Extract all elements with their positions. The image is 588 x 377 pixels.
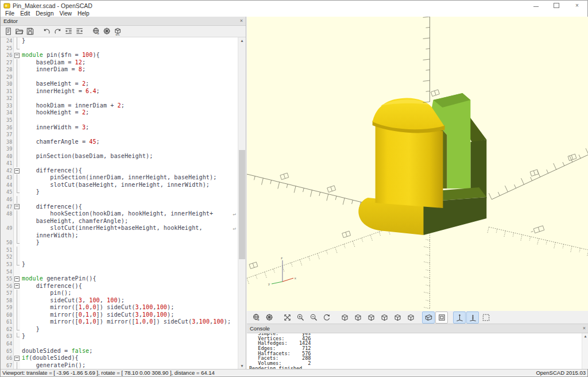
code-line[interactable]: innerDiam = 8; — [20, 66, 238, 74]
menu-design[interactable]: Design — [33, 10, 56, 17]
fold-margin[interactable] — [14, 362, 20, 369]
indent-button[interactable] — [74, 26, 85, 36]
scroll-down-icon[interactable]: ▼ — [238, 363, 246, 369]
code-line[interactable]: innerHeight = 6.4; — [20, 88, 238, 95]
menu-help[interactable]: Help — [75, 10, 92, 17]
zoom-in-button[interactable] — [294, 311, 307, 324]
fold-marker-icon[interactable] — [14, 204, 20, 209]
code-line[interactable]: } — [20, 37, 238, 45]
code-line[interactable]: hookHeight = 2; — [20, 109, 238, 117]
fold-margin[interactable] — [14, 160, 20, 167]
fold-marker-icon[interactable] — [14, 168, 20, 174]
code-line[interactable]: if(doubleSided){ — [20, 355, 238, 362]
code-line[interactable]: mirror([0,1,0]) mirror([1,0,0]) sideCut(… — [20, 318, 238, 326]
code-line[interactable]: mirror([0,1,0]) sideCut(3,100,100); — [20, 311, 238, 319]
editor-dock-header[interactable]: Editor × — [1, 17, 246, 26]
render-button[interactable] — [263, 311, 276, 324]
code-line[interactable]: mirror([1,0,0]) sideCut(3,100,100); — [20, 304, 238, 311]
show-scale-markers-button[interactable] — [466, 311, 479, 324]
fold-margin[interactable] — [14, 74, 20, 81]
code-line[interactable] — [20, 117, 238, 124]
code-line[interactable]: } — [20, 261, 238, 268]
code-line[interactable] — [20, 247, 238, 254]
fold-margin[interactable] — [14, 102, 20, 110]
code-line[interactable]: pin(); — [20, 290, 238, 297]
code-line[interactable] — [20, 131, 238, 139]
fold-margin[interactable] — [14, 80, 20, 88]
zoom-out-button[interactable] — [307, 311, 320, 324]
fold-margin[interactable] — [14, 66, 20, 74]
view-front-button[interactable] — [391, 311, 404, 324]
save-button[interactable] — [25, 26, 36, 36]
fold-margin[interactable] — [14, 174, 20, 182]
fold-margin[interactable] — [14, 131, 20, 139]
code-line[interactable]: slotCut(innerHeight+baseHeight, hookHeig… — [20, 225, 238, 232]
code-line[interactable]: innerWidth); — [20, 232, 238, 240]
fold-margin[interactable] — [14, 218, 20, 225]
view-right-button[interactable] — [338, 311, 351, 324]
fold-marker-icon[interactable] — [14, 276, 20, 282]
editor-scrollbar-thumb[interactable] — [239, 150, 245, 259]
editor-dock-close-icon[interactable]: × — [240, 18, 243, 24]
redo-button[interactable] — [52, 26, 63, 36]
code-line[interactable]: sideCut(3, 100, 100); — [20, 297, 238, 305]
fold-margin[interactable] — [14, 318, 20, 326]
console-body[interactable]: Simple: yes Vertices: 426 Halfedges: 142… — [247, 333, 588, 369]
fold-margin[interactable] — [14, 37, 20, 45]
fold-marker-icon[interactable] — [14, 53, 20, 58]
fold-margin[interactable] — [14, 95, 20, 102]
fold-margin[interactable] — [14, 355, 20, 362]
code-line[interactable]: baseHeight = 2; — [20, 80, 238, 88]
code-line[interactable]: } — [20, 326, 238, 333]
fold-margin[interactable] — [14, 109, 20, 117]
zoom-all-button[interactable] — [281, 311, 293, 324]
code-line[interactable]: difference(){ — [20, 167, 238, 175]
fold-margin[interactable] — [14, 153, 20, 160]
code-line[interactable]: hookDiam = innerDiam + 2; — [20, 102, 238, 110]
undo-button[interactable] — [41, 26, 52, 36]
code-line[interactable]: pinSection(innerDiam, innerHeight, baseH… — [20, 174, 238, 182]
fold-margin[interactable] — [14, 297, 20, 305]
console-dock-close-icon[interactable]: × — [583, 326, 586, 331]
fold-margin[interactable] — [14, 283, 20, 290]
code-line[interactable] — [20, 95, 238, 102]
menu-file[interactable]: File — [2, 10, 17, 17]
fold-margin[interactable] — [14, 253, 20, 261]
fold-margin[interactable] — [14, 124, 20, 132]
fold-margin[interactable] — [14, 182, 20, 189]
view-left-button[interactable] — [378, 311, 390, 324]
code-line[interactable] — [20, 196, 238, 203]
code-line[interactable]: generatePin(); — [20, 362, 238, 369]
menu-edit[interactable]: Edit — [17, 10, 33, 17]
fold-margin[interactable] — [14, 290, 20, 297]
code-line[interactable] — [20, 74, 238, 81]
code-line[interactable]: } — [20, 239, 238, 247]
code-line[interactable] — [20, 340, 238, 348]
view-top-button[interactable] — [351, 311, 364, 324]
fold-margin[interactable] — [14, 348, 20, 355]
new-button[interactable] — [3, 26, 14, 36]
code-line[interactable] — [20, 45, 238, 52]
minimize-button[interactable] — [525, 1, 546, 10]
fold-margin[interactable] — [14, 326, 20, 333]
code-line[interactable]: hookSection(hookDiam, hookHeight, innerH… — [20, 210, 238, 218]
fold-margin[interactable] — [14, 59, 20, 67]
code-line[interactable]: pinSection(baseDiam, baseHeight); — [20, 153, 238, 160]
code-line[interactable]: difference(){ — [20, 283, 238, 290]
fold-marker-icon[interactable] — [14, 356, 20, 361]
fold-margin[interactable] — [14, 145, 20, 153]
orthogonal-button[interactable] — [435, 311, 448, 324]
fold-margin[interactable] — [14, 311, 20, 319]
fold-margin[interactable] — [14, 232, 20, 240]
editor-scrollbar[interactable]: ▲ ▼ — [238, 37, 246, 369]
fold-margin[interactable] — [14, 203, 20, 211]
fold-marker-icon[interactable] — [14, 283, 20, 288]
console-scroll-up-icon[interactable]: ▲ — [582, 333, 588, 340]
fold-margin[interactable] — [14, 117, 20, 124]
code-line[interactable]: doubleSided = false; — [20, 348, 238, 355]
code-line[interactable]: innerWidth = 3; — [20, 124, 238, 132]
code-line[interactable] — [20, 253, 238, 261]
fold-margin[interactable] — [14, 261, 20, 268]
console-scrollbar[interactable]: ▲ — [582, 333, 588, 369]
perspective-button[interactable] — [422, 311, 435, 324]
